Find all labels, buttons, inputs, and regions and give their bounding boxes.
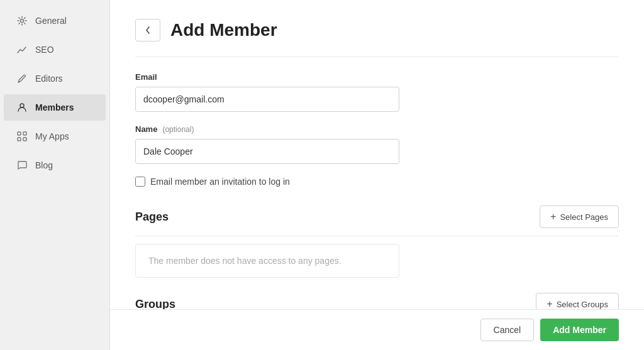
sidebar-item-blog[interactable]: Blog: [4, 152, 106, 178]
sidebar-item-members-label: Members: [35, 102, 74, 112]
chart-icon: [16, 44, 28, 55]
invitation-label: Email member an invitation to log in: [150, 177, 290, 187]
svg-rect-4: [18, 138, 21, 141]
pages-section: Pages + Select Pages The member does not…: [135, 205, 619, 278]
plus-icon: +: [550, 211, 556, 222]
sidebar-item-my-apps[interactable]: My Apps: [4, 123, 106, 150]
gear-icon: [16, 15, 28, 26]
person-icon: [16, 102, 28, 113]
invitation-checkbox-row: Email member an invitation to log in: [135, 177, 619, 187]
cancel-button[interactable]: Cancel: [480, 319, 535, 341]
main-content: Add Member Email Name (optional) Email m…: [110, 0, 644, 350]
svg-rect-2: [18, 132, 21, 135]
sidebar-item-general-label: General: [35, 16, 67, 26]
svg-rect-5: [23, 138, 26, 141]
name-input[interactable]: [135, 139, 399, 164]
pages-section-title: Pages: [135, 211, 169, 224]
footer-bar: Cancel Add Member: [110, 309, 644, 350]
header-divider: [135, 57, 619, 57]
svg-point-1: [20, 104, 24, 107]
select-pages-button[interactable]: + Select Pages: [540, 205, 619, 228]
sidebar-item-seo-label: SEO: [35, 45, 54, 55]
select-pages-label: Select Pages: [560, 212, 608, 222]
sidebar-item-blog-label: Blog: [35, 160, 53, 170]
svg-point-0: [21, 19, 24, 23]
select-groups-label: Select Groups: [557, 300, 608, 309]
apps-icon: [16, 131, 28, 142]
plus-groups-icon: +: [547, 298, 552, 310]
back-button[interactable]: [135, 19, 160, 41]
speech-icon: [16, 160, 28, 171]
pages-divider: [135, 236, 619, 236]
sidebar-item-seo[interactable]: SEO: [4, 36, 106, 63]
sidebar-item-general[interactable]: General: [4, 8, 106, 34]
sidebar-item-my-apps-label: My Apps: [35, 131, 69, 141]
sidebar-item-editors[interactable]: Editors: [4, 65, 106, 92]
pencil-icon: [16, 73, 28, 84]
sidebar-item-editors-label: Editors: [35, 74, 63, 84]
invitation-checkbox[interactable]: [135, 177, 145, 187]
svg-rect-3: [23, 132, 26, 135]
email-label: Email: [135, 72, 619, 82]
name-field-group: Name (optional): [135, 124, 619, 164]
pages-section-header: Pages + Select Pages: [135, 205, 619, 228]
sidebar: General SEO Editors Members: [0, 0, 110, 350]
add-member-button[interactable]: Add Member: [540, 319, 619, 341]
name-label: Name (optional): [135, 124, 619, 134]
name-optional: (optional): [162, 125, 194, 134]
sidebar-item-members[interactable]: Members: [4, 94, 106, 121]
email-field-group: Email: [135, 72, 619, 112]
pages-empty-state: The member does not have access to any p…: [135, 244, 399, 278]
page-header: Add Member: [135, 19, 619, 41]
page-title: Add Member: [170, 20, 277, 40]
email-input[interactable]: [135, 87, 399, 112]
